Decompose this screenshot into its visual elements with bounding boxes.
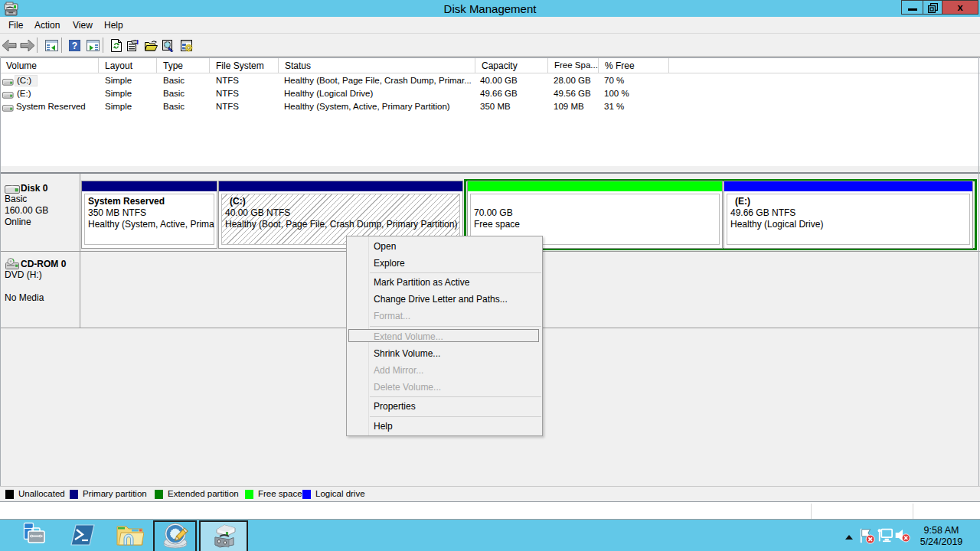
svg-text:?: ?	[72, 41, 77, 51]
